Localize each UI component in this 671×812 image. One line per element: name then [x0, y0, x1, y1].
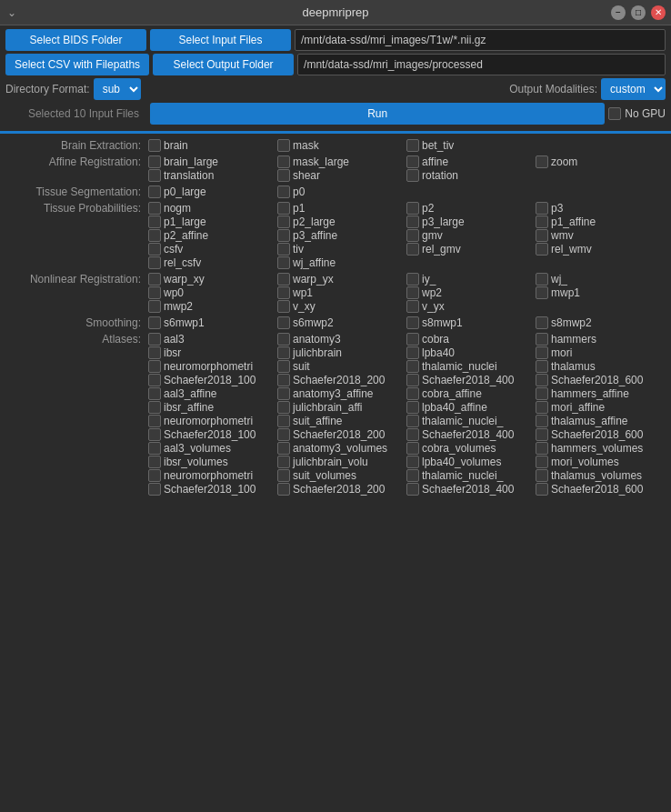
checkbox-julichbrain[interactable] — [277, 346, 290, 359]
checkbox-gmv[interactable] — [406, 229, 419, 242]
output-modalities-select[interactable]: custom — [601, 78, 666, 100]
checkbox-thalamic_nuclei[interactable] — [406, 360, 419, 373]
checkbox-mori_affine[interactable] — [536, 401, 548, 414]
checkbox-mask[interactable] — [277, 139, 290, 152]
checkbox-p1[interactable] — [277, 202, 290, 215]
checkbox-wmv[interactable] — [536, 229, 548, 242]
checkbox-cobra[interactable] — [406, 333, 419, 346]
checkbox-p1_large[interactable] — [148, 216, 161, 228]
checkbox-csfv[interactable] — [148, 243, 161, 256]
checkbox-aal3_affine[interactable] — [148, 387, 161, 400]
checkbox-translation[interactable] — [148, 169, 161, 182]
checkbox-Schaefer2018_200[interactable] — [277, 483, 290, 496]
directory-format-select[interactable]: sub — [94, 78, 141, 100]
checkbox-p1_affine[interactable] — [536, 216, 548, 228]
checkbox-p2_affine[interactable] — [148, 229, 161, 242]
checkbox-ibsr[interactable] — [148, 346, 161, 359]
select-csv-button[interactable]: Select CSV with Filepaths — [5, 54, 149, 75]
checkbox-mask_large[interactable] — [277, 155, 290, 168]
run-button[interactable]: Run — [150, 103, 605, 125]
checkbox-Schaefer2018_400[interactable] — [406, 374, 419, 386]
output-path-field[interactable] — [297, 54, 666, 75]
checkbox-iy_[interactable] — [406, 273, 419, 286]
checkbox-brain_large[interactable] — [148, 155, 161, 168]
checkbox-Schaefer2018_400[interactable] — [406, 483, 419, 496]
checkbox-wp1[interactable] — [277, 286, 290, 299]
checkbox-s6mwp2[interactable] — [277, 316, 290, 329]
checkbox-neuromorphometri[interactable] — [148, 469, 161, 482]
checkbox-p0[interactable] — [277, 185, 290, 198]
checkbox-thalamic_nuclei_[interactable] — [406, 415, 419, 427]
checkbox-rotation[interactable] — [406, 169, 419, 182]
checkbox-s8mwp1[interactable] — [406, 316, 419, 329]
checkbox-wj_[interactable] — [536, 273, 548, 286]
select-bids-folder-button[interactable]: Select BIDS Folder — [5, 29, 146, 51]
checkbox-lpba40_volumes[interactable] — [406, 456, 419, 468]
checkbox-Schaefer2018_200[interactable] — [277, 428, 290, 441]
checkbox-v_xy[interactable] — [277, 300, 290, 313]
checkbox-neuromorphometri[interactable] — [148, 360, 161, 373]
checkbox-p0_large[interactable] — [148, 185, 161, 198]
checkbox-brain[interactable] — [148, 139, 161, 152]
checkbox-ibsr_affine[interactable] — [148, 401, 161, 414]
checkbox-mori_volumes[interactable] — [536, 456, 548, 468]
checkbox-Schaefer2018_600[interactable] — [536, 374, 548, 386]
checkbox-hammers_volumes[interactable] — [536, 442, 548, 455]
checkbox-affine[interactable] — [406, 155, 419, 168]
checkbox-ibsr_volumes[interactable] — [148, 456, 161, 468]
checkbox-Schaefer2018_400[interactable] — [406, 428, 419, 441]
checkbox-zoom[interactable] — [536, 155, 548, 168]
checkbox-wp0[interactable] — [148, 286, 161, 299]
checkbox-mori[interactable] — [536, 346, 548, 359]
minimize-button[interactable]: − — [611, 5, 626, 20]
checkbox-rel_wmv[interactable] — [536, 243, 548, 256]
checkbox-p3_large[interactable] — [406, 216, 419, 228]
checkbox-s8mwp2[interactable] — [536, 316, 548, 329]
nogpu-checkbox[interactable] — [608, 107, 621, 120]
checkbox-suit_volumes[interactable] — [277, 469, 290, 482]
checkbox-thalamus_affine[interactable] — [536, 415, 548, 427]
select-input-files-button[interactable]: Select Input Files — [150, 29, 291, 51]
checkbox-Schaefer2018_600[interactable] — [536, 483, 548, 496]
checkbox-p3[interactable] — [536, 202, 548, 215]
checkbox-lpba40[interactable] — [406, 346, 419, 359]
checkbox-bet_tiv[interactable] — [406, 139, 419, 152]
checkbox-v_yx[interactable] — [406, 300, 419, 313]
checkbox-Schaefer2018_200[interactable] — [277, 374, 290, 386]
input-path-field[interactable] — [295, 29, 666, 51]
maximize-button[interactable]: □ — [631, 5, 646, 20]
close-button[interactable]: ✕ — [651, 5, 666, 20]
checkbox-rel_gmv[interactable] — [406, 243, 419, 256]
checkbox-thalamus_volumes[interactable] — [536, 469, 548, 482]
checkbox-cobra_volumes[interactable] — [406, 442, 419, 455]
checkbox-warp_yx[interactable] — [277, 273, 290, 286]
checkbox-shear[interactable] — [277, 169, 290, 182]
checkbox-aal3_volumes[interactable] — [148, 442, 161, 455]
checkbox-mwp2[interactable] — [148, 300, 161, 313]
checkbox-anatomy3_affine[interactable] — [277, 387, 290, 400]
checkbox-mwp1[interactable] — [536, 286, 548, 299]
checkbox-s6mwp1[interactable] — [148, 316, 161, 329]
checkbox-suit[interactable] — [277, 360, 290, 373]
checkbox-neuromorphometri[interactable] — [148, 415, 161, 427]
select-output-folder-button[interactable]: Select Output Folder — [153, 54, 294, 75]
checkbox-aal3[interactable] — [148, 333, 161, 346]
checkbox-hammers[interactable] — [536, 333, 548, 346]
checkbox-julichbrain_affi[interactable] — [277, 401, 290, 414]
checkbox-nogm[interactable] — [148, 202, 161, 215]
checkbox-rel_csfv[interactable] — [148, 256, 161, 269]
checkbox-p2_large[interactable] — [277, 216, 290, 228]
checkbox-Schaefer2018_100[interactable] — [148, 483, 161, 496]
checkbox-Schaefer2018_600[interactable] — [536, 428, 548, 441]
checkbox-cobra_affine[interactable] — [406, 387, 419, 400]
checkbox-tiv[interactable] — [277, 243, 290, 256]
checkbox-Schaefer2018_100[interactable] — [148, 374, 161, 386]
checkbox-lpba40_affine[interactable] — [406, 401, 419, 414]
checkbox-wj_affine[interactable] — [277, 256, 290, 269]
checkbox-anatomy3[interactable] — [277, 333, 290, 346]
checkbox-anatomy3_volumes[interactable] — [277, 442, 290, 455]
checkbox-Schaefer2018_100[interactable] — [148, 428, 161, 441]
checkbox-wp2[interactable] — [406, 286, 419, 299]
checkbox-p3_affine[interactable] — [277, 229, 290, 242]
checkbox-suit_affine[interactable] — [277, 415, 290, 427]
